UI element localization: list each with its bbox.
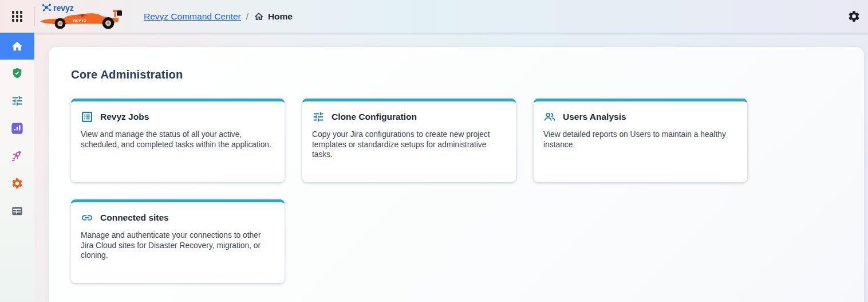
cards-grid: Revyz Jobs View and manage the status of…	[71, 99, 841, 283]
card-title: Clone Configuration	[332, 112, 417, 122]
card-clone-configuration[interactable]: Clone Configuration Copy your Jira confi…	[302, 99, 516, 182]
home-outline-icon	[254, 11, 264, 22]
card-description: View detailed reports on Users to mainta…	[543, 130, 735, 150]
sidebar-item-settings[interactable]	[0, 170, 34, 197]
sidebar-item-home[interactable]	[0, 33, 34, 60]
revyz-logo[interactable]: revyz REVYZ	[41, 2, 128, 31]
shield-check-icon	[11, 67, 23, 80]
top-header: revyz REVYZ Revyz Command Center / Home	[0, 0, 868, 33]
card-description: Manage and authenticate your connections…	[81, 230, 272, 261]
breadcrumb: Revyz Command Center / Home	[144, 11, 293, 22]
breadcrumb-separator: /	[246, 11, 248, 21]
list-alt-icon	[81, 111, 93, 123]
card-title: Revyz Jobs	[100, 112, 149, 122]
car-side-label: REVYZ	[73, 18, 86, 22]
card-title: Connected sites	[100, 213, 169, 223]
race-car-illustration: REVYZ	[41, 10, 122, 29]
header-divider	[34, 7, 35, 26]
main-content-panel: Core Administration Revyz Jobs View and …	[49, 47, 864, 302]
breadcrumb-current: Home	[268, 11, 293, 22]
sidebar-item-shield[interactable]	[0, 60, 34, 87]
sidebar-item-chart[interactable]	[0, 115, 34, 142]
apps-grid-icon	[12, 11, 23, 22]
settings-button[interactable]	[845, 7, 863, 26]
apps-menu-button[interactable]	[0, 0, 34, 33]
card-description: Copy your Jira configurations to create …	[312, 130, 503, 160]
bar-chart-icon	[11, 122, 23, 135]
breadcrumb-root-link[interactable]: Revyz Command Center	[144, 11, 241, 22]
molecule-icon	[42, 3, 51, 11]
gear-icon	[847, 10, 861, 23]
section-title: Core Administration	[71, 68, 841, 81]
sidebar-item-sliders[interactable]	[0, 87, 34, 115]
card-description: View and manage the status of all your a…	[81, 130, 272, 150]
home-icon	[11, 40, 23, 53]
users-icon	[543, 111, 556, 123]
tune-sliders-icon	[11, 95, 23, 107]
brand-wordmark: revyz	[53, 3, 74, 12]
table-icon	[11, 205, 23, 217]
gear-icon	[11, 177, 23, 190]
left-sidebar	[0, 33, 34, 302]
tune-sliders-icon	[312, 111, 325, 123]
link-icon	[81, 211, 93, 224]
sidebar-item-table[interactable]	[0, 197, 34, 225]
sidebar-item-rocket[interactable]	[0, 142, 34, 170]
card-users-analysis[interactable]: Users Analysis View detailed reports on …	[534, 99, 747, 182]
card-connected-sites[interactable]: Connected sites Manage and authenticate …	[71, 199, 285, 283]
card-revyz-jobs[interactable]: Revyz Jobs View and manage the status of…	[71, 99, 285, 182]
card-title: Users Analysis	[563, 112, 626, 122]
rocket-icon	[11, 150, 23, 162]
